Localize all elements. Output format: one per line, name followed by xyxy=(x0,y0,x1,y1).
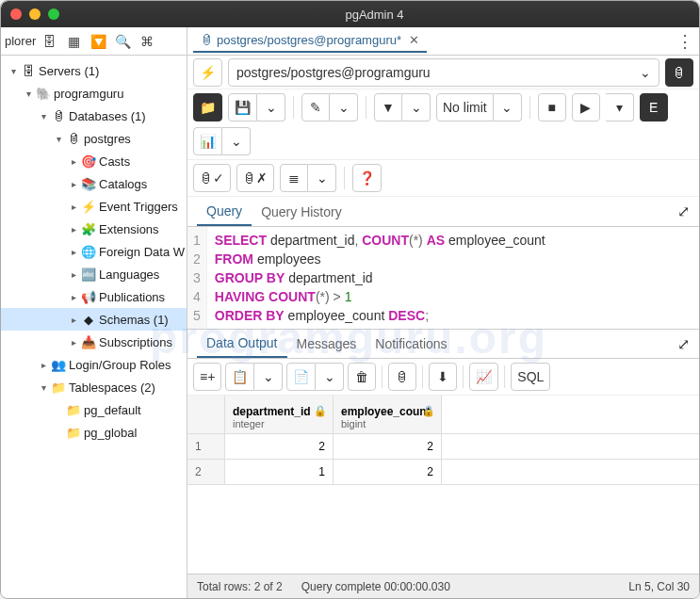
explain-analyze-button[interactable]: E xyxy=(640,93,668,121)
chart-button[interactable]: 📊 xyxy=(193,127,222,155)
expand-output-icon[interactable]: ⤢ xyxy=(677,335,690,353)
filter-icon[interactable]: 🔽 xyxy=(87,30,109,53)
results-grid[interactable]: department_idinteger🔒employee_countbigin… xyxy=(187,396,699,485)
sql-button[interactable]: SQL xyxy=(511,363,550,391)
save-button[interactable]: 💾 xyxy=(228,93,257,121)
tab-notifications[interactable]: Notifications xyxy=(366,331,456,357)
tree-node[interactable]: ▸📥Subscriptions xyxy=(1,331,187,353)
expand-icon[interactable]: ⤢ xyxy=(677,202,690,220)
limit-select[interactable]: No limit xyxy=(436,93,494,121)
open-file-button[interactable]: 📁 xyxy=(193,93,222,121)
line-gutter: 12345 xyxy=(187,227,207,329)
kebab-menu-icon[interactable]: ⋮ xyxy=(676,31,693,52)
save-data-button[interactable]: 🛢 xyxy=(388,363,416,391)
tree-node[interactable]: ▸🧩Extensions xyxy=(1,218,187,240)
connection-status-icon[interactable]: ⚡ xyxy=(193,58,222,87)
commit-button[interactable]: 🛢✓ xyxy=(193,164,231,192)
connection-select[interactable]: postgres/postgres@programguru ⌄ xyxy=(228,58,659,87)
window-title: pgAdmin 4 xyxy=(59,8,690,22)
status-cursor: Ln 5, Col 30 xyxy=(628,580,690,593)
tree-node[interactable]: 📁pg_default xyxy=(1,398,187,421)
terminal-icon[interactable]: ⌘ xyxy=(136,30,158,53)
toolbar-row-1: 📁 💾⌄ ✎⌄ ▼⌄ No limit⌄ ■ ▶ ▾ E 📊⌄ xyxy=(187,89,699,160)
copy-button[interactable]: 📋 xyxy=(225,363,254,391)
copy-dropdown[interactable]: ⌄ xyxy=(254,363,283,391)
explain-button[interactable]: ▾ xyxy=(606,93,634,121)
tree-node[interactable]: ▾🐘programguru xyxy=(1,82,187,105)
connection-bar: ⚡ postgres/postgres@programguru ⌄ 🛢 xyxy=(187,56,699,89)
tree-node[interactable]: ▸🔤Languages xyxy=(1,263,187,285)
delete-row-button[interactable]: 🗑 xyxy=(348,363,376,391)
tab-bar: 🛢 postgres/postgres@programguru* ✕ ⋮ xyxy=(187,27,699,56)
macros-dropdown[interactable]: ⌄ xyxy=(308,164,336,192)
search-icon[interactable]: 🔍 xyxy=(111,30,134,53)
paste-dropdown[interactable]: ⌄ xyxy=(316,363,344,391)
tree-node[interactable]: ▾🛢postgres xyxy=(1,127,187,150)
tree-node[interactable]: ▸🎯Casts xyxy=(1,150,187,172)
query-tool-icon[interactable]: 🗄 xyxy=(38,30,60,53)
edit-button[interactable]: ✎ xyxy=(301,93,330,121)
maximize-window[interactable] xyxy=(48,8,59,20)
add-row-button[interactable]: ≡+ xyxy=(193,363,221,391)
sql-editor[interactable]: 12345 SELECT department_id, COUNT(*) AS … xyxy=(187,227,699,329)
close-window[interactable] xyxy=(10,8,22,20)
database-icon: 🛢 xyxy=(201,33,213,47)
toolbar-row-2: 🛢✓ 🛢✗ ≣⌄ ❓ xyxy=(187,160,699,197)
help-button[interactable]: ❓ xyxy=(352,164,382,192)
paste-button[interactable]: 📄 xyxy=(286,363,316,391)
graph-button[interactable]: 📈 xyxy=(469,363,498,391)
sidebar: plorer 🗄 ▦ 🔽 🔍 ⌘ ▾🗄Servers (1)▾🐘programg… xyxy=(1,27,187,598)
output-toolbar: ≡+ 📋⌄ 📄⌄ 🗑 🛢 ⬇ 📈 SQL xyxy=(187,359,699,396)
tree-node[interactable]: ▾🛢Databases (1) xyxy=(1,105,187,127)
stop-button[interactable]: ■ xyxy=(538,93,566,121)
close-tab-icon[interactable]: ✕ xyxy=(409,33,419,47)
tab-label: postgres/postgres@programguru* xyxy=(217,33,401,47)
output-subtabs: Data Output Messages Notifications ⤢ xyxy=(187,329,699,359)
query-subtabs: Query Query History ⤢ xyxy=(187,197,699,227)
status-time: Query complete 00:00:00.030 xyxy=(301,580,450,593)
tree-node[interactable]: ▸📚Catalogs xyxy=(1,172,187,195)
filter-dropdown[interactable]: ⌄ xyxy=(402,93,431,121)
code-area[interactable]: SELECT department_id, COUNT(*) AS employ… xyxy=(207,227,553,329)
minimize-window[interactable] xyxy=(29,8,41,20)
tab-messages[interactable]: Messages xyxy=(287,331,366,357)
tab-data-output[interactable]: Data Output xyxy=(197,330,287,358)
tree-node[interactable]: ▸🌐Foreign Data W xyxy=(1,240,187,263)
execute-button[interactable]: ▶ xyxy=(572,93,600,121)
tree-node[interactable]: ▸👥Login/Group Roles xyxy=(1,353,187,376)
rollback-button[interactable]: 🛢✗ xyxy=(236,164,274,192)
tree-node[interactable]: ▾📁Tablespaces (2) xyxy=(1,376,187,398)
sidebar-title: plorer xyxy=(5,34,36,48)
view-data-icon[interactable]: ▦ xyxy=(62,30,85,53)
limit-dropdown[interactable]: ⌄ xyxy=(494,93,522,121)
tab-query-history[interactable]: Query History xyxy=(252,199,351,225)
download-button[interactable]: ⬇ xyxy=(429,363,457,391)
sidebar-toolbar: plorer 🗄 ▦ 🔽 🔍 ⌘ xyxy=(1,27,187,56)
save-dropdown[interactable]: ⌄ xyxy=(257,93,285,121)
tree-node[interactable]: 📁pg_global xyxy=(1,421,187,444)
status-bar: Total rows: 2 of 2 Query complete 00:00:… xyxy=(187,574,699,598)
macros-button[interactable]: ≣ xyxy=(280,164,308,192)
status-rows: Total rows: 2 of 2 xyxy=(197,580,283,593)
edit-dropdown[interactable]: ⌄ xyxy=(330,93,358,121)
tree-node[interactable]: ▸◆Schemas (1) xyxy=(1,308,187,331)
tab-query[interactable]: Query xyxy=(197,198,252,226)
filter-button[interactable]: ▼ xyxy=(374,93,402,121)
titlebar: pgAdmin 4 xyxy=(1,1,699,27)
chart-dropdown[interactable]: ⌄ xyxy=(222,127,251,155)
tree-node[interactable]: ▾🗄Servers (1) xyxy=(1,59,187,82)
new-connection-button[interactable]: 🛢 xyxy=(665,58,693,87)
tree-node[interactable]: ▸📢Publications xyxy=(1,285,187,308)
chevron-down-icon: ⌄ xyxy=(640,65,651,80)
object-tree[interactable]: ▾🗄Servers (1)▾🐘programguru▾🛢Databases (1… xyxy=(1,56,187,598)
tree-node[interactable]: ▸⚡Event Triggers xyxy=(1,195,187,218)
editor-tab[interactable]: 🛢 postgres/postgres@programguru* ✕ xyxy=(193,29,427,53)
